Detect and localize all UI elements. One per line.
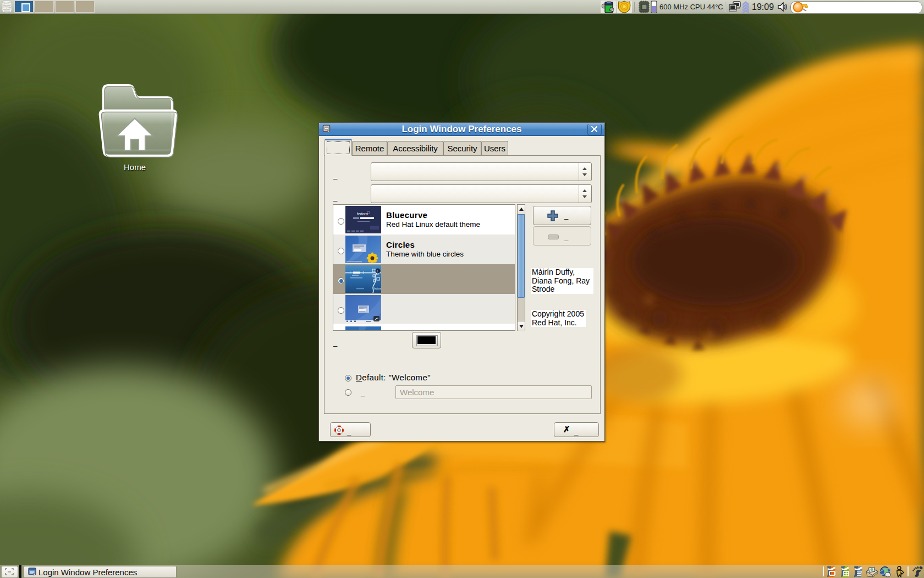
svg-text:fedora: fedora [357, 212, 368, 216]
svg-text:fedora: fedora [374, 287, 381, 290]
